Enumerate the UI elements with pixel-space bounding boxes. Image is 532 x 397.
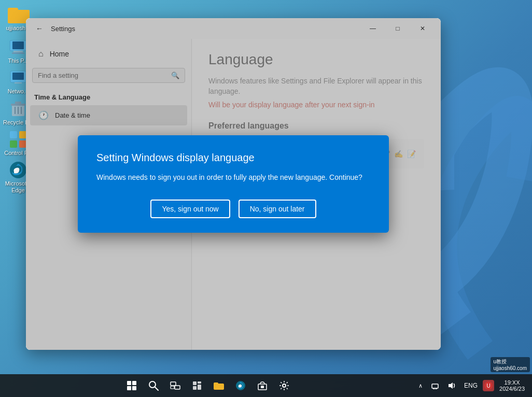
tray-volume[interactable] (444, 380, 459, 391)
this-pc-icon (8, 38, 29, 56)
watermark: u教授ujjaosh60.com (491, 357, 530, 372)
dialog-message: Windows needs to sign you out in order t… (96, 172, 370, 183)
svg-rect-27 (171, 382, 176, 386)
start-button[interactable] (122, 376, 141, 395)
svg-rect-13 (10, 131, 17, 138)
dialog-overlay: Setting Windows display language Windows… (26, 18, 441, 350)
svg-rect-15 (10, 140, 17, 148)
tray-chevron[interactable]: ∧ (415, 380, 426, 391)
yes-sign-out-button[interactable]: Yes, sign out now (150, 200, 230, 218)
dialog: Setting Windows display language Windows… (78, 135, 389, 233)
svg-rect-29 (171, 386, 174, 389)
taskbar-settings-button[interactable] (275, 376, 293, 395)
file-explorer-button[interactable] (209, 376, 228, 395)
dialog-title: Setting Windows display language (96, 152, 370, 164)
tray-network[interactable] (428, 380, 442, 391)
taskbar-center (0, 376, 415, 395)
no-sign-out-later-button[interactable]: No, sign out later (239, 200, 316, 218)
svg-rect-14 (19, 131, 26, 138)
settings-window: ← Settings — □ ✕ ⌂ Home 🔍 Time & Languag (26, 18, 441, 350)
svg-rect-24 (132, 386, 136, 390)
taskbar: ∧ ENG U (0, 374, 532, 397)
dialog-buttons: Yes, sign out now No, sign out later (96, 200, 370, 218)
svg-rect-35 (214, 382, 218, 385)
svg-rect-22 (132, 381, 136, 385)
folder-icon (8, 5, 29, 24)
svg-rect-9 (15, 102, 21, 105)
task-view-button[interactable] (166, 376, 185, 395)
network-icon (8, 68, 29, 87)
desktop: ujjiaosh... This P... Netwo (0, 0, 532, 397)
svg-rect-16 (19, 140, 26, 148)
svg-rect-23 (127, 386, 131, 390)
svg-rect-28 (175, 386, 180, 389)
tray-notification[interactable]: U (483, 380, 494, 391)
svg-rect-5 (12, 73, 24, 80)
control-panel-icon (8, 130, 29, 149)
svg-rect-32 (193, 386, 197, 390)
svg-rect-3 (12, 52, 24, 54)
taskbar-date-value: 2024/6/23 (499, 386, 525, 392)
widgets-button[interactable] (188, 376, 206, 395)
taskbar-system-tray: ∧ ENG U (415, 378, 532, 393)
svg-rect-21 (127, 381, 131, 385)
taskbar-time[interactable]: 19:XX 2024/6/23 (496, 378, 528, 393)
svg-point-39 (283, 384, 286, 387)
taskbar-search-button[interactable] (144, 376, 163, 395)
tray-lang[interactable]: ENG (461, 380, 481, 391)
svg-rect-33 (198, 385, 201, 390)
taskbar-time-value: 19:XX (499, 379, 525, 386)
edge-icon (8, 161, 29, 179)
svg-line-26 (155, 387, 158, 390)
svg-rect-31 (198, 381, 201, 384)
svg-text:U: U (486, 383, 490, 389)
svg-rect-6 (15, 82, 22, 83)
taskbar-edge-button[interactable] (231, 376, 250, 395)
svg-rect-30 (193, 381, 197, 385)
this-pc-label: This P... (8, 58, 29, 64)
svg-marker-44 (449, 382, 453, 389)
taskbar-store-button[interactable] (253, 376, 272, 395)
recycle-icon (8, 100, 29, 118)
svg-rect-40 (432, 384, 438, 388)
svg-rect-38 (261, 386, 264, 388)
svg-rect-1 (12, 41, 24, 49)
svg-rect-2 (13, 51, 23, 52)
svg-point-25 (149, 381, 156, 388)
